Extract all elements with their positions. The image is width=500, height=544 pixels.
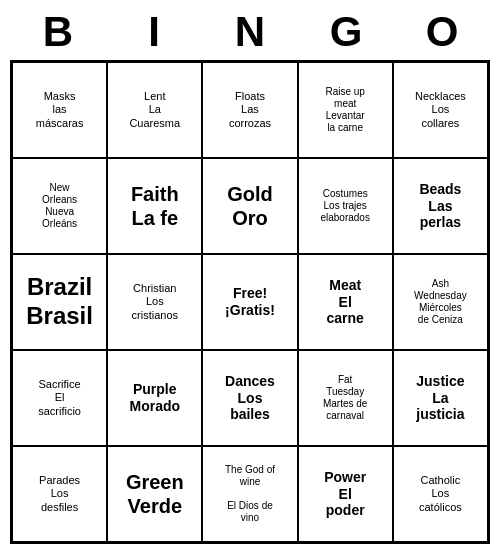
bingo-cell-16: PurpleMorado	[107, 350, 202, 446]
bingo-cell-2: FloatsLascorrozas	[202, 62, 297, 158]
bingo-cell-24: CatholicLoscatólicos	[393, 446, 488, 542]
bingo-cell-20: ParadesLosdesfiles	[12, 446, 107, 542]
bingo-cell-19: JusticeLajusticia	[393, 350, 488, 446]
letter-g: G	[306, 8, 386, 56]
bingo-cell-14: AshWednesdayMiércolesde Ceniza	[393, 254, 488, 350]
bingo-cell-12: Free!¡Gratis!	[202, 254, 297, 350]
bingo-cell-11: ChristianLoscristianos	[107, 254, 202, 350]
bingo-cell-9: BeadsLasperlas	[393, 158, 488, 254]
bingo-cell-18: FatTuesdayMartes decarnaval	[298, 350, 393, 446]
letter-n: N	[210, 8, 290, 56]
bingo-cell-5: NewOrleansNuevaOrleáns	[12, 158, 107, 254]
bingo-cell-8: CostumesLos trajeselaborados	[298, 158, 393, 254]
letter-o: O	[402, 8, 482, 56]
bingo-cell-22: The God ofwineEl Dios devino	[202, 446, 297, 542]
bingo-cell-6: FaithLa fe	[107, 158, 202, 254]
bingo-cell-3: Raise upmeatLevantarla carne	[298, 62, 393, 158]
bingo-cell-0: Maskslasmáscaras	[12, 62, 107, 158]
bingo-cell-4: NecklacesLoscollares	[393, 62, 488, 158]
bingo-cell-23: PowerElpoder	[298, 446, 393, 542]
bingo-cell-17: DancesLosbailes	[202, 350, 297, 446]
bingo-cell-15: SacrificeElsacrificio	[12, 350, 107, 446]
bingo-cell-7: GoldOro	[202, 158, 297, 254]
bingo-cell-1: LentLaCuaresma	[107, 62, 202, 158]
bingo-grid: MaskslasmáscarasLentLaCuaresmaFloatsLasc…	[10, 60, 490, 544]
letter-b: B	[18, 8, 98, 56]
bingo-header: B I N G O	[10, 0, 490, 60]
bingo-cell-10: BrazilBrasil	[12, 254, 107, 350]
bingo-cell-21: GreenVerde	[107, 446, 202, 542]
letter-i: I	[114, 8, 194, 56]
bingo-cell-13: MeatElcarne	[298, 254, 393, 350]
